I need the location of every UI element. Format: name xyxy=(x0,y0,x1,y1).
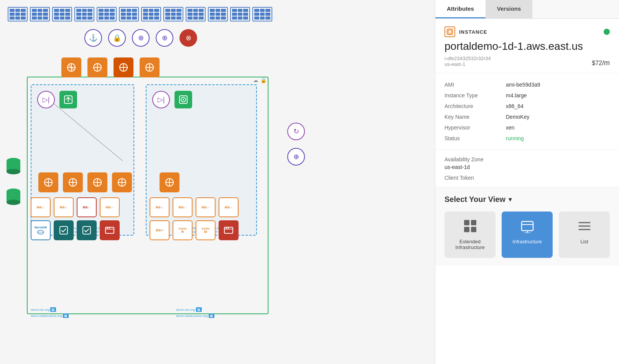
diagram-container: ☁ 🔒 xyxy=(23,46,284,314)
orange-icon-4[interactable] xyxy=(140,57,160,77)
m4-instance-6[interactable]: M4 ▭ xyxy=(173,197,193,217)
toolbar-grid-icon-7[interactable] xyxy=(141,7,161,21)
cache-m4[interactable]: M4 ▭ xyxy=(150,220,170,240)
red-icon-right[interactable] xyxy=(219,220,239,240)
toolbar-grid-icon-9[interactable] xyxy=(186,7,206,21)
avail-zone-value: us-east-1d xyxy=(444,164,610,170)
igw-right[interactable]: ▷| xyxy=(152,91,170,108)
igw-left[interactable]: ▷| xyxy=(37,91,55,108)
mariadb-icon[interactable]: MariaDB xyxy=(31,220,51,240)
s3-bucket-1[interactable] xyxy=(6,157,21,176)
m4-instance-5[interactable]: M4 ▭ xyxy=(150,197,170,217)
toolbar-grid-icon-11[interactable] xyxy=(230,7,250,21)
tool-pan[interactable]: ⊕ xyxy=(156,29,173,47)
m4-instance-8[interactable]: M4 ▭ xyxy=(219,197,239,217)
m4-instance-3[interactable]: M4 ▭ xyxy=(77,197,97,217)
teal-icon-1[interactable] xyxy=(54,220,74,240)
m4-right-row: M4 ▭ M4 ▭ M4 ▭ M4 ▭ xyxy=(150,197,239,217)
instance-region: us-east-1 xyxy=(444,61,491,67)
s3-buckets xyxy=(6,157,21,207)
mid-orange-4[interactable] xyxy=(112,172,132,192)
view-option-infrastructure[interactable]: Infrastructure xyxy=(502,212,553,258)
toolbar-grid-icon-1[interactable] xyxy=(8,7,28,21)
diagram-bottom-labels: demo-rds-sng ▦ demo-elasticcache-sng ▦ d… xyxy=(31,307,214,318)
subnet-left-inner: ▷| xyxy=(37,91,77,108)
instance-name: portaldemo-1d-1.aws.east.us xyxy=(444,40,610,52)
subnet-right-inner: ▷| xyxy=(152,91,192,108)
m4-left-row: M4 ▭ M4 ▭ M4 ▭ M4 ▭ xyxy=(31,197,120,217)
canvas-area: ⚓ 🔒 ⊕ ⊕ ⊗ ☁ 🔒 xyxy=(0,0,435,364)
tool-danger[interactable]: ⊗ xyxy=(179,29,197,47)
instance-price: $72/m xyxy=(592,54,610,68)
tab-attributes[interactable]: Attributes xyxy=(435,0,486,18)
teal-icon-2[interactable] xyxy=(77,220,97,240)
red-icon-left[interactable] xyxy=(100,220,120,240)
tab-bar: Attributes Versions xyxy=(435,0,619,19)
elasticache-label-left: demo-elasticcache-sng ▦ xyxy=(31,313,69,318)
toolbar-grid-icon-5[interactable] xyxy=(97,7,117,21)
rds-label-right: demo-rds-sng ▦ xyxy=(176,307,214,312)
mid-orange-2[interactable] xyxy=(63,172,83,192)
tool-lock[interactable]: 🔒 xyxy=(108,29,126,47)
client-token-label: Client Token xyxy=(444,175,610,181)
list-icon xyxy=(578,219,591,236)
mid-orange-3[interactable] xyxy=(87,172,107,192)
toolbar-grid-icon-10[interactable] xyxy=(208,7,228,21)
toolbar-grid-icon-4[interactable] xyxy=(74,7,94,21)
avail-zone-label: Availability Zone xyxy=(444,156,610,162)
orange-icon-3[interactable] xyxy=(114,57,133,77)
m4-instance-4[interactable]: M4 ▭ xyxy=(100,197,120,217)
toolbar-grid-icon-8[interactable] xyxy=(163,7,183,21)
m4-instance-2[interactable]: M4 ▭ xyxy=(54,197,74,217)
chevron-down-icon[interactable]: ▾ xyxy=(509,196,512,203)
svg-rect-59 xyxy=(464,227,469,232)
toolbar-grid-icon-12[interactable] xyxy=(252,7,272,21)
attr-key-name: Key Name DemoKey xyxy=(444,111,610,122)
bottom-icons-right: M4 ▭ Cache R Cache M xyxy=(150,220,239,240)
instance-label-row: INSTANCE xyxy=(444,26,610,37)
nat-right[interactable] xyxy=(175,91,192,108)
view-option-list[interactable]: List xyxy=(559,212,610,258)
svg-point-2 xyxy=(7,169,20,174)
cache-r[interactable]: Cache R xyxy=(173,220,193,240)
bottom-icons-left: MariaDB xyxy=(31,220,120,240)
s3-bucket-2[interactable] xyxy=(6,188,21,207)
float-icon-1[interactable]: ↻ xyxy=(287,123,305,140)
extended-infra-label: ExtendedInfrastructure xyxy=(455,239,485,250)
mid-orange-1[interactable] xyxy=(38,172,58,192)
svg-rect-60 xyxy=(471,227,476,232)
orange-icon-2[interactable] xyxy=(87,57,107,77)
right-panel: Attributes Versions INSTANCE portaldemo-… xyxy=(435,0,619,364)
mid-orange-row xyxy=(38,172,179,192)
view-option-extended[interactable]: ExtendedInfrastructure xyxy=(444,212,496,258)
m4-instance-7[interactable]: M4 ▭ xyxy=(196,197,216,217)
svg-rect-41 xyxy=(60,226,67,234)
toolbar-grid-icon-2[interactable] xyxy=(30,7,50,21)
float-icon-2[interactable]: ⊕ xyxy=(287,148,305,166)
nat-left[interactable] xyxy=(59,91,77,108)
svg-rect-51 xyxy=(447,29,453,34)
orange-icon-1[interactable] xyxy=(61,57,81,77)
select-view-section: Select Your View ▾ ExtendedInfrastructur… xyxy=(435,187,619,266)
svg-rect-52 xyxy=(448,30,451,33)
svg-rect-57 xyxy=(464,220,469,225)
panel-scroll[interactable]: INSTANCE portaldemo-1d-1.aws.east.us i-d… xyxy=(435,19,619,364)
svg-point-45 xyxy=(107,228,108,229)
toolbar-grid-icon-3[interactable] xyxy=(52,7,72,21)
instance-type-label: INSTANCE xyxy=(459,29,487,35)
tool-anchor[interactable]: ⚓ xyxy=(84,29,102,47)
toolbar-grid-icon-6[interactable] xyxy=(119,7,139,21)
attr-architecture: Architecture x86_64 xyxy=(444,101,610,111)
mid-orange-5[interactable] xyxy=(160,172,179,192)
cache-m[interactable]: Cache M xyxy=(196,220,216,240)
attributes-table: AMI ami-be59d3a9 Instance Type m4.large … xyxy=(435,73,619,150)
right-bottom-labels: demo-rds-sng ▦ demo-elasticcache-sng ▦ xyxy=(176,307,214,318)
tool-move[interactable]: ⊕ xyxy=(132,29,150,47)
svg-rect-42 xyxy=(83,226,91,234)
instance-id-row: i-dfe23432532r32r34 us-east-1 $72/m xyxy=(444,54,610,68)
tab-versions[interactable]: Versions xyxy=(486,0,533,18)
availability-section: Availability Zone us-east-1d Client Toke… xyxy=(435,150,619,187)
svg-rect-61 xyxy=(522,221,533,231)
m4-instance-1[interactable]: M4 ▭ xyxy=(31,197,51,217)
right-float-icons: ↻ ⊕ xyxy=(287,123,305,166)
